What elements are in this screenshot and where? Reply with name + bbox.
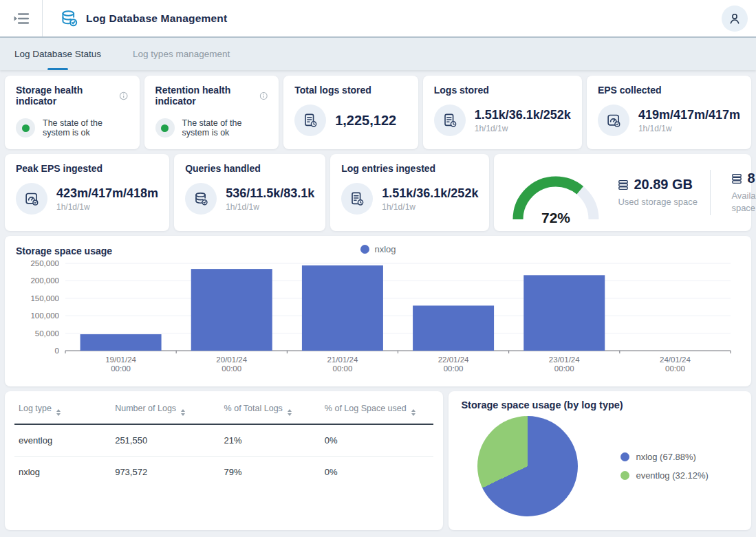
card-eps-collected: EPS collected 419m/417m/417m	[587, 76, 751, 149]
eps-meter-icon	[598, 105, 629, 136]
available-storage-value: 8 GB	[747, 171, 756, 186]
metric-period: 1h/1d/1w	[56, 202, 158, 212]
log-document-icon	[294, 105, 326, 136]
table-header: Log typeNumber of Logs% of Total Logs% o…	[14, 394, 433, 424]
card-storage-space-usage-chart: Storage space usage nxlog 050,000100,000…	[5, 236, 751, 386]
pie-legend-item-eventlog[interactable]: eventlog (32.12%)	[620, 470, 709, 481]
card-storage-usage-by-log-type: Storage space usage (by log type) nxlog …	[449, 391, 751, 530]
bar-21-01-24[interactable]	[302, 265, 383, 351]
card-title: EPS collected	[598, 85, 740, 96]
status-dot-backdrop	[16, 118, 35, 138]
log-document-icon-glyph	[302, 112, 318, 129]
card-title: Total logs stored	[294, 85, 407, 96]
pie-legend-item-nxlog[interactable]: nxlog (67.88%)	[620, 452, 709, 462]
metric-period: 1h/1d/1w	[226, 202, 314, 212]
x-axis-tick-label: 00:00	[444, 364, 464, 373]
column-label: % of Total Logs	[224, 404, 283, 413]
bar-chart-svg: 050,000100,000150,000200,000250,00019/01…	[16, 256, 740, 376]
metric-value: 536/11.5k/83.1k	[226, 186, 314, 201]
metric-value: 1,225,122	[335, 113, 396, 129]
bar-23-01-24[interactable]	[523, 275, 605, 351]
page-title: Log Database Management	[86, 12, 227, 25]
y-axis-tick-label: 150,000	[30, 294, 59, 303]
sidebar-toggle-button[interactable]	[0, 0, 43, 36]
card-title: Peak EPS ingested	[16, 163, 158, 174]
user-icon	[727, 11, 742, 26]
used-storage-label: Used storage space	[618, 196, 699, 208]
bar-22-01-24[interactable]	[413, 305, 494, 351]
eps-meter-icon	[16, 183, 47, 215]
sort-icon[interactable]	[411, 409, 415, 416]
card-peak-eps-ingested: Peak EPS ingested 423m/417m/418m	[5, 154, 169, 231]
x-axis-tick-label: 00:00	[222, 364, 241, 373]
legend-dot	[620, 452, 629, 461]
cards-row-2: Peak EPS ingested 423m/417m/418m	[5, 154, 751, 231]
x-axis-tick-label: 21/01/24	[327, 355, 358, 364]
card-title: Retention health indicator	[155, 85, 255, 107]
x-axis-tick-label: 00:00	[111, 364, 131, 373]
metric-period: 1h/1d/1w	[638, 124, 740, 133]
metric-value: 419m/417m/417m	[638, 108, 740, 122]
database-icon	[185, 183, 217, 215]
database-check-icon	[60, 10, 78, 28]
info-icon[interactable]	[119, 91, 128, 101]
status-dot	[161, 124, 169, 132]
metric-value: 1.51k/36.1k/252k	[475, 108, 571, 122]
column-header-log-type[interactable]: Log type	[14, 394, 111, 424]
y-axis-tick-label: 100,000	[30, 311, 59, 320]
x-axis-tick-label: 00:00	[554, 364, 574, 373]
y-axis-tick-label: 250,000	[30, 259, 59, 267]
user-avatar-button[interactable]	[722, 6, 748, 32]
legend-label: nxlog	[374, 244, 396, 254]
tab-log-types-management[interactable]: Log types management	[133, 38, 230, 70]
table-body: eventlog251,55021%0%nxlog973,57279%0%	[14, 424, 433, 487]
gauge-percent-label: 72%	[541, 210, 570, 226]
table-cell: 251,550	[111, 424, 219, 457]
sort-icon[interactable]	[56, 409, 61, 416]
bar-20-01-24[interactable]	[191, 269, 272, 351]
sort-icon[interactable]	[181, 409, 185, 416]
column-header-number-of-logs[interactable]: Number of Logs	[111, 394, 219, 424]
column-label: Log type	[19, 404, 52, 413]
available-storage-label: Available storage space	[731, 190, 756, 214]
card-logs-stored: Logs stored 1.51k/36.1k/252k 1h/1d/1w	[423, 76, 582, 149]
card-storage-summary: 72% 20.89 GB Used storage space	[494, 154, 751, 231]
card-storage-health: Storage health indicator The state of th…	[5, 76, 140, 149]
status-dot	[22, 124, 30, 132]
pie-chart[interactable]	[477, 416, 578, 516]
log-document-icon-glyph	[349, 190, 365, 207]
storage-disks-icon	[731, 173, 742, 184]
dashboard-content: Storage health indicator The state of th…	[0, 70, 756, 530]
available-storage-stat: 8 GB Available storage space	[731, 171, 756, 214]
column-header-of-total-logs[interactable]: % of Total Logs	[220, 394, 321, 424]
info-icon[interactable]	[259, 91, 268, 101]
card-total-logs-stored: Total logs stored 1,225,122	[283, 76, 418, 149]
bar-19-01-24[interactable]	[80, 334, 162, 351]
sort-icon[interactable]	[288, 409, 292, 416]
legend-dot	[360, 245, 369, 254]
tab-bar: Log Database Status Log types management	[0, 38, 756, 70]
log-document-icon	[434, 105, 466, 136]
column-header-of-log-space-used[interactable]: % of Log Space used	[321, 394, 434, 424]
x-axis-tick-label: 00:00	[665, 364, 685, 373]
y-axis-tick-label: 0	[55, 347, 59, 355]
eps-meter-icon-glyph	[23, 190, 40, 207]
card-title: Logs stored	[434, 85, 571, 96]
bottom-row: Log typeNumber of Logs% of Total Logs% o…	[5, 391, 751, 530]
log-types-table: Log typeNumber of Logs% of Total Logs% o…	[14, 394, 433, 487]
eps-meter-icon-glyph	[605, 112, 622, 129]
x-axis-tick-label: 19/01/24	[105, 355, 136, 364]
log-document-icon	[341, 183, 373, 215]
used-storage-stat: 20.89 GB Used storage space	[618, 177, 706, 208]
tab-label: Log types management	[133, 49, 230, 59]
x-axis-tick-label: 24/01/24	[660, 355, 691, 364]
tab-log-database-status[interactable]: Log Database Status	[14, 38, 101, 70]
card-log-types-table: Log typeNumber of Logs% of Total Logs% o…	[5, 391, 443, 530]
chart-legend[interactable]: nxlog	[360, 244, 396, 254]
x-axis-tick-label: 23/01/24	[549, 355, 580, 364]
card-queries-handled: Queries handled 536/11	[174, 154, 325, 231]
x-axis-tick-label: 22/01/24	[438, 355, 469, 364]
cards-row-1: Storage health indicator The state of th…	[5, 76, 751, 149]
legend-dot	[620, 471, 629, 480]
divider	[710, 170, 711, 215]
